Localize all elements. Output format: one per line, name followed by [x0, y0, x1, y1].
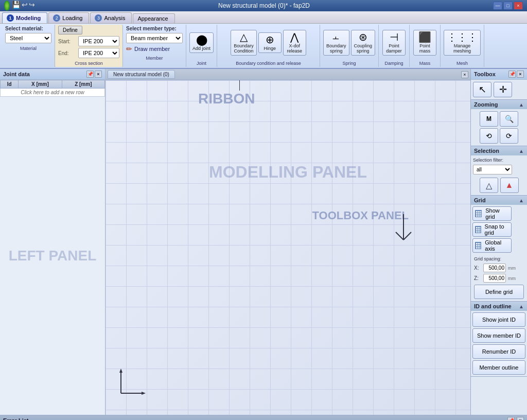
- point-mass-icon: ⬛: [418, 32, 431, 42]
- modelling-canvas[interactable]: RIBBON MODELLING PANEL TOOLBOX PANEL: [106, 80, 470, 415]
- toolbar-btn-redo[interactable]: ↪: [29, 1, 35, 11]
- x-axis-label: X:: [474, 265, 481, 271]
- toolbox-close[interactable]: ×: [517, 71, 524, 78]
- error-panel-pin[interactable]: 📌: [507, 417, 515, 420]
- define-button[interactable]: Define: [58, 26, 82, 34]
- coupling-spring-button[interactable]: ⊛ Couplingspring: [351, 30, 376, 56]
- z-unit: mm: [508, 276, 516, 281]
- member-outline-button[interactable]: Member outline: [472, 360, 525, 375]
- bc-release-label: Boundary condition and release: [236, 61, 301, 66]
- model-tab[interactable]: New structural model (0): [108, 70, 175, 79]
- select-tool-button[interactable]: ↖: [473, 82, 491, 97]
- joint-group: ⬤ Add joint Joint: [186, 25, 217, 67]
- grid-spacing-label: Grid spacing:: [474, 256, 524, 261]
- selection-collapse[interactable]: ▲: [519, 148, 524, 154]
- cross-section-group: Define Start: IPE 200 End: IPE 200 Cross…: [55, 25, 123, 67]
- id-outline-header: ID and outline ▲: [471, 302, 527, 311]
- tab-appearance[interactable]: Appearance: [133, 13, 174, 23]
- mass-group: ⬛ Pointmass Mass: [410, 25, 441, 67]
- grid-collapse[interactable]: ▲: [519, 198, 524, 203]
- zoom-fit-button[interactable]: ⟲: [480, 128, 498, 144]
- error-panel-header: Error List 📌 ×: [0, 415, 527, 420]
- define-grid-button[interactable]: Define grid: [474, 285, 524, 299]
- start-section-select[interactable]: IPE 200: [78, 36, 119, 46]
- ribbon: Select material: Steel Material Define S…: [0, 24, 527, 69]
- left-panel-close[interactable]: ×: [95, 71, 102, 78]
- hinge-button[interactable]: ⊕ Hinge: [258, 32, 282, 53]
- material-select[interactable]: Steel: [5, 33, 51, 43]
- selection-filter-label: Selection filter:: [473, 157, 525, 163]
- zoom-in-button[interactable]: 🔍: [500, 111, 518, 127]
- zooming-collapse[interactable]: ▲: [519, 102, 524, 108]
- error-panel-close[interactable]: ×: [517, 417, 524, 420]
- show-joint-id-button[interactable]: Show joint ID: [472, 312, 525, 327]
- mesh-group: ⋮⋮⋮ Managemeshing Mesh: [441, 25, 484, 67]
- svg-line-5: [396, 232, 403, 240]
- zoom-out-button[interactable]: ⟳: [500, 128, 518, 144]
- svg-line-4: [403, 232, 411, 240]
- xdof-icon: ⋀: [290, 32, 298, 42]
- model-panel-close[interactable]: ×: [461, 71, 468, 78]
- hinge-icon: ⊕: [266, 34, 274, 45]
- coupling-spring-icon: ⊛: [359, 32, 367, 42]
- snap-to-grid-button[interactable]: Snap to grid: [472, 222, 512, 237]
- damping-group: ⊣ Pointdamper Damping: [379, 25, 410, 67]
- spring-label: Spring: [343, 61, 356, 66]
- id-outline-collapse[interactable]: ▲: [519, 304, 524, 309]
- axis-indicator: [116, 367, 147, 399]
- boundary-spring-button[interactable]: ⫠ Boundaryspring: [323, 30, 349, 56]
- toolbox-annotation: TOOLBOX PANEL: [312, 209, 409, 222]
- grid-overlay: [106, 80, 470, 415]
- xdof-button[interactable]: ⋀ X-dofrelease: [283, 30, 306, 56]
- add-joint-button[interactable]: ⬤ Add joint: [189, 32, 214, 53]
- svg-marker-7: [119, 369, 122, 373]
- joint-icon: ⬤: [196, 34, 207, 45]
- show-member-id-button[interactable]: Show member ID: [472, 328, 525, 343]
- show-grid-button[interactable]: Show grid: [472, 206, 512, 221]
- global-axis-button[interactable]: Global axis: [472, 238, 512, 253]
- toolbox-pin[interactable]: 📌: [508, 71, 516, 78]
- axis-icon: [475, 242, 481, 249]
- ribbon-annotation: RIBBON: [198, 91, 255, 107]
- col-id: Id: [1, 80, 19, 89]
- app-title: New structural model (0)* - fap2D: [35, 2, 493, 9]
- select-triangle-filled[interactable]: ▲: [500, 178, 519, 193]
- end-section-select[interactable]: IPE 200: [78, 48, 119, 58]
- renumber-id-button[interactable]: Renumber ID: [472, 344, 525, 359]
- center-panel: New structural model (0) × RIBBON MODELL…: [106, 69, 470, 415]
- member-type-select[interactable]: Beam member: [126, 33, 183, 43]
- minimize-button[interactable]: —: [493, 2, 502, 10]
- select-triangle-outline[interactable]: △: [480, 178, 498, 193]
- error-panel: Error List 📌 × Er... Description Time st…: [0, 415, 527, 420]
- material-section: Select material: Steel Material: [2, 25, 55, 67]
- grid-z-input[interactable]: [483, 274, 506, 283]
- col-z: Z [mm]: [62, 80, 104, 89]
- draw-member-btn[interactable]: ✏ Draw member: [126, 45, 183, 53]
- axis-svg: [116, 367, 147, 398]
- tab-analysis[interactable]: 3 Analysis: [90, 12, 132, 23]
- boundary-condition-button[interactable]: △ BoundaryCondition: [231, 30, 257, 56]
- zoom-m-button[interactable]: M: [480, 111, 498, 127]
- grid-spacing-section: Grid spacing: X: mm Z: mm Define grid: [471, 254, 527, 301]
- mesh-icon: ⋮⋮⋮: [447, 32, 478, 42]
- boundary-spring-icon: ⫠: [331, 32, 341, 42]
- grid-header: Grid ▲: [471, 196, 527, 205]
- toolbar-btn-save[interactable]: 💾: [12, 1, 21, 11]
- left-panel-pin[interactable]: 📌: [86, 71, 94, 78]
- point-damper-icon: ⊣: [390, 32, 398, 42]
- add-row-hint[interactable]: Click here to add a new row: [1, 89, 105, 97]
- close-button[interactable]: ×: [514, 2, 523, 10]
- bottom-area: Error List 📌 × Er... Description Time st…: [0, 415, 527, 420]
- selection-filter-select[interactable]: all joints members: [473, 165, 512, 174]
- maximize-button[interactable]: □: [503, 2, 513, 10]
- tab-modeling[interactable]: 1 Modeling: [2, 12, 47, 23]
- selection-header: Selection ▲: [471, 146, 527, 155]
- tab-loading[interactable]: 2 Loading: [48, 12, 89, 23]
- point-mass-button[interactable]: ⬛ Pointmass: [413, 30, 436, 56]
- mesh-label: Mesh: [456, 61, 468, 66]
- manage-meshing-button[interactable]: ⋮⋮⋮ Managemeshing: [444, 30, 481, 56]
- toolbar-btn-undo[interactable]: ↩: [22, 1, 28, 11]
- move-tool-button[interactable]: ✛: [494, 82, 512, 97]
- point-damper-button[interactable]: ⊣ Pointdamper: [382, 30, 406, 56]
- grid-x-input[interactable]: [483, 264, 506, 272]
